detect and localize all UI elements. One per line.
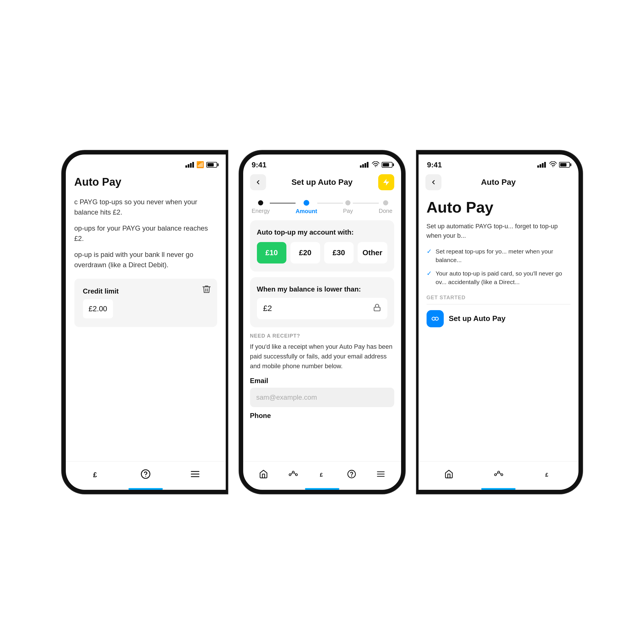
- svg-point-11: [295, 474, 297, 476]
- nav-indicator-center: [305, 488, 339, 490]
- step-pay: Pay: [343, 200, 353, 214]
- check-text-1: Set repeat top-ups for yo... meter when …: [436, 247, 570, 265]
- setup-autopay-button[interactable]: Set up Auto Pay: [427, 310, 570, 327]
- battery-icon-center: [382, 162, 393, 168]
- check-item-1: ✓ Set repeat top-ups for yo... meter whe…: [427, 247, 570, 265]
- nav-usage-center[interactable]: [288, 469, 298, 479]
- balance-value: £2: [263, 304, 272, 313]
- svg-point-20: [552, 166, 553, 167]
- email-label: Email: [250, 377, 394, 385]
- setup-btn-text: Set up Auto Pay: [449, 314, 506, 323]
- phone1-body2: op-ups for your PAYG your balance reache…: [74, 223, 217, 244]
- status-time-right: 9:41: [427, 160, 442, 169]
- signal-icon-center: [360, 162, 368, 168]
- step-label-done: Done: [379, 208, 393, 214]
- battery-icon: [206, 162, 217, 168]
- topup-title: Auto top-up my account with:: [257, 228, 387, 236]
- nav-indicator-right: [481, 488, 516, 490]
- phone-center: 9:41: [239, 150, 405, 494]
- nav-account-right[interactable]: £: [544, 469, 552, 479]
- step-done: Done: [379, 200, 393, 214]
- email-placeholder: sam@example.com: [256, 393, 317, 401]
- svg-text:£: £: [320, 472, 323, 478]
- phone-left: 9:41 📶 Auto Pay c PAYG top-ups so you ne…: [62, 150, 228, 494]
- status-time-center: 9:41: [252, 160, 267, 169]
- lock-icon: [373, 304, 381, 314]
- nav-icon-menu[interactable]: [190, 469, 200, 479]
- lightning-button[interactable]: [378, 174, 394, 190]
- credit-value: £2.00: [83, 299, 113, 318]
- signal-icon: [185, 162, 194, 168]
- divider-right: [427, 304, 570, 304]
- step-dot-pay: [345, 200, 350, 205]
- phone1-title: Auto Pay: [74, 176, 217, 188]
- step-line-1: [270, 203, 296, 203]
- status-bar-center: 9:41: [243, 154, 401, 170]
- step-line-2: [317, 203, 343, 203]
- step-dot-done: [383, 200, 388, 205]
- screen-container: 9:41 📶 Auto Pay c PAYG top-ups so you ne…: [0, 0, 644, 644]
- nav-menu-center[interactable]: [376, 469, 385, 479]
- nav-home-right[interactable]: [444, 469, 453, 479]
- nav-icon-pound[interactable]: £: [91, 469, 101, 479]
- phone2-content: Set up Auto Pay Energy Amount: [243, 170, 401, 461]
- check-item-2: ✓ Your auto top-up is paid card, so you'…: [427, 269, 570, 287]
- status-bar-right: 9:41: [419, 154, 578, 170]
- status-icons-right: [537, 161, 570, 168]
- infinity-icon: [427, 310, 444, 327]
- autopay-title: Auto Pay: [427, 199, 570, 216]
- receipt-header: NEED A RECEIPT?: [250, 333, 394, 339]
- email-input[interactable]: sam@example.com: [250, 388, 394, 407]
- step-energy: Energy: [252, 200, 270, 214]
- status-bar-left: 9:41 📶: [66, 154, 226, 170]
- phone-label: Phone: [250, 412, 394, 420]
- wifi-icon-right: [549, 161, 557, 168]
- back-button-right[interactable]: [425, 174, 441, 190]
- nav-home-center[interactable]: [259, 469, 268, 479]
- nav-header-right: Auto Pay: [419, 170, 578, 194]
- svg-point-6: [375, 166, 376, 167]
- amount-options: £10 £20 £30 Other: [257, 242, 387, 263]
- step-amount: Amount: [296, 200, 317, 215]
- get-started-label: GET STARTED: [427, 295, 570, 301]
- bottom-nav-right: £: [419, 461, 578, 490]
- nav-icon-help[interactable]: [140, 469, 151, 479]
- svg-text:£: £: [545, 472, 548, 478]
- nav-usage-right[interactable]: [494, 469, 504, 479]
- step-line-3: [353, 203, 379, 203]
- step-dot-amount: [304, 200, 309, 206]
- back-button[interactable]: [250, 174, 266, 190]
- amount-option-20[interactable]: £20: [290, 242, 320, 263]
- nav-help-center[interactable]: [347, 469, 356, 479]
- svg-line-24: [496, 473, 498, 475]
- check-list: ✓ Set repeat top-ups for yo... meter whe…: [427, 247, 570, 287]
- svg-point-9: [289, 474, 291, 476]
- balance-input-row: £2: [257, 298, 387, 319]
- bottom-nav-center: £: [243, 461, 401, 490]
- nav-title-right: Auto Pay: [481, 178, 516, 187]
- check-icon-2: ✓: [427, 270, 432, 277]
- amount-option-10[interactable]: £10: [257, 242, 287, 263]
- amount-option-30[interactable]: £30: [324, 242, 354, 263]
- svg-point-23: [501, 474, 503, 476]
- svg-point-21: [494, 474, 496, 476]
- wifi-icon-center: [372, 161, 379, 169]
- phone1-body1: c PAYG top-ups so you never when your ba…: [74, 197, 217, 217]
- battery-icon-right: [559, 162, 570, 168]
- nav-indicator-left: [128, 488, 163, 490]
- step-label-amount: Amount: [296, 208, 317, 215]
- nav-header: Set up Auto Pay: [243, 170, 401, 194]
- svg-marker-7: [383, 179, 389, 185]
- phone2-scroll: Auto top-up my account with: £10 £20 £30…: [243, 220, 401, 461]
- amount-option-other[interactable]: Other: [358, 242, 387, 263]
- svg-line-12: [291, 473, 292, 475]
- phone1-body3: op-up is paid with your bank ll never go…: [74, 249, 217, 270]
- trash-icon[interactable]: [202, 284, 211, 295]
- balance-label: When my balance is lower than:: [257, 285, 387, 293]
- credit-section: Credit limit £2.00: [74, 279, 217, 327]
- nav-account-center[interactable]: £: [318, 469, 327, 479]
- check-icon-1: ✓: [427, 248, 432, 255]
- svg-line-13: [294, 473, 296, 475]
- status-icons-center: [360, 161, 393, 169]
- phone-right: 9:41: [417, 150, 582, 494]
